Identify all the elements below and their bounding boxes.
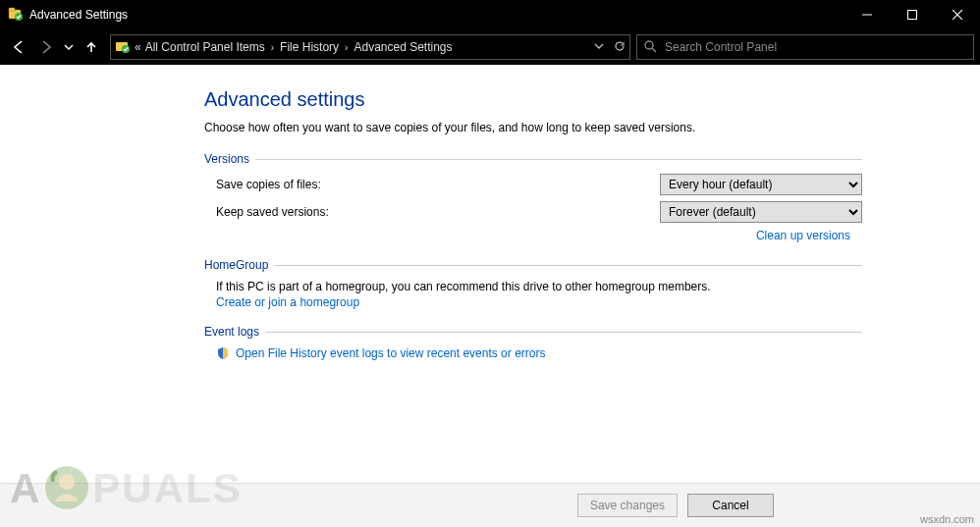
group-header-eventlogs: Event logs: [204, 325, 862, 339]
window-controls: [844, 0, 980, 29]
navbar: « All Control Panel Items › File History…: [0, 29, 980, 65]
close-button[interactable]: [935, 0, 980, 29]
content-area: Advanced settings Choose how often you w…: [0, 65, 980, 484]
breadcrumb-item[interactable]: File History: [280, 40, 339, 54]
link-event-logs[interactable]: Open File History event logs to view rec…: [236, 346, 545, 360]
row-keep-saved: Keep saved versions: Forever (default): [216, 201, 862, 223]
chevron-right-icon[interactable]: ›: [343, 42, 350, 53]
group-header-versions: Versions: [204, 152, 862, 166]
svg-rect-4: [908, 11, 917, 20]
window-title: Advanced Settings: [29, 8, 128, 22]
titlebar: Advanced Settings: [0, 0, 980, 29]
shield-icon: [216, 346, 230, 360]
row-save-copies: Save copies of files: Every hour (defaul…: [216, 174, 862, 195]
svg-rect-1: [9, 8, 15, 11]
save-button[interactable]: Save changes: [577, 494, 678, 517]
window-icon: [8, 7, 24, 23]
text-homegroup: If this PC is part of a homegroup, you c…: [216, 280, 862, 293]
recent-locations-button[interactable]: [61, 34, 77, 60]
combo-keep-saved[interactable]: Forever (default): [660, 201, 862, 223]
back-button[interactable]: [6, 34, 31, 60]
cancel-button[interactable]: Cancel: [687, 494, 774, 517]
svg-line-10: [652, 48, 656, 52]
link-create-homegroup[interactable]: Create or join a homegroup: [216, 295, 359, 309]
maximize-button[interactable]: [890, 0, 935, 29]
combo-save-copies[interactable]: Every hour (default): [660, 174, 862, 195]
search-icon: [643, 39, 657, 56]
breadcrumb-prefix: «: [135, 40, 141, 54]
address-history-button[interactable]: [594, 40, 604, 54]
label-keep-saved: Keep saved versions:: [216, 205, 329, 219]
search-box[interactable]: [636, 34, 974, 60]
search-input[interactable]: [663, 39, 967, 55]
footer: Save changes Cancel: [0, 483, 980, 527]
chevron-right-icon[interactable]: ›: [269, 42, 276, 53]
location-icon: [115, 39, 131, 55]
page-description: Choose how often you want to save copies…: [204, 121, 862, 134]
forward-button[interactable]: [33, 34, 59, 60]
breadcrumb-item[interactable]: Advanced Settings: [354, 40, 452, 54]
minimize-button[interactable]: [844, 0, 890, 29]
link-cleanup-versions[interactable]: Clean up versions: [756, 229, 850, 242]
address-bar[interactable]: « All Control Panel Items › File History…: [110, 34, 630, 60]
svg-point-9: [645, 41, 653, 49]
page-heading: Advanced settings: [204, 88, 862, 111]
refresh-button[interactable]: [614, 40, 626, 55]
up-button[interactable]: [79, 34, 104, 60]
breadcrumb-item[interactable]: All Control Panel Items: [145, 40, 265, 54]
group-header-homegroup: HomeGroup: [204, 258, 862, 272]
label-save-copies: Save copies of files:: [216, 178, 321, 191]
